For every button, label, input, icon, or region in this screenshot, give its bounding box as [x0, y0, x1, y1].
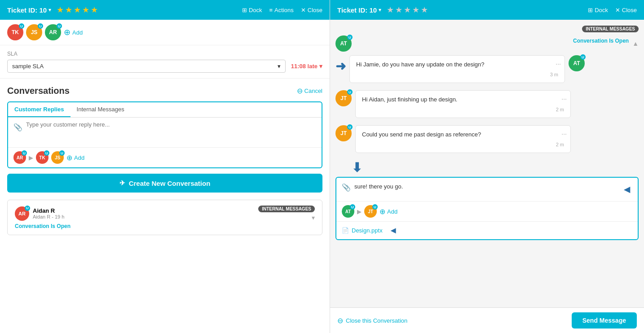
internal-agent-name: Aidan R [33, 207, 64, 214]
message-menu-1[interactable]: ··· [556, 59, 561, 69]
internal-status-left: Conversation Is Open [15, 223, 315, 229]
message-row-2: JT U ··· Hi Aidan, just finishing up the… [335, 90, 639, 118]
u-badge-ar: U [57, 23, 62, 29]
reply-input[interactable] [26, 121, 316, 144]
send-message-button[interactable]: Send Message [572, 312, 637, 329]
message-menu-2[interactable]: ··· [561, 94, 567, 104]
close-button-right[interactable]: ✕ Close [615, 7, 637, 13]
close-icon-right: ✕ [615, 7, 620, 13]
internal-messages-section-left: AR U Aidan R Aidan R - 19 h INTERNAL MES… [7, 200, 322, 235]
agent-avatar-tk[interactable]: TK U [7, 24, 23, 40]
right-top-actions: ⊞ Dock ✕ Close [588, 7, 637, 13]
plus-circle-icon: ⊕ [64, 27, 71, 37]
compose-footer: AT U ▶ JT U ⊕ Add [336, 201, 638, 221]
tab-internal-messages[interactable]: Internal Messages [71, 102, 131, 117]
compose-from-avatar[interactable]: AT U [342, 205, 354, 218]
right-star-1[interactable]: ★ [387, 5, 394, 15]
top-bar-actions-left: ⊞ Dock ≡ Actions ✕ Close [242, 7, 322, 13]
rating-stars-right[interactable]: ★ ★ ★ ★ ★ [387, 5, 428, 15]
add-agent-button[interactable]: ⊕ Add [64, 27, 83, 37]
reply-add-agent-button[interactable]: ⊕ Add [66, 153, 84, 162]
message-row-1: ➜ ··· Hi Jamie, do you have any update o… [335, 55, 639, 83]
collapse-right-button[interactable]: ▲ [632, 40, 639, 47]
message-bubble-3: ··· Could you send me past design as ref… [355, 125, 571, 153]
msg-avatar-3[interactable]: JT U [335, 125, 352, 141]
reply-box: Customer Replies Internal Messages 📎 AR … [7, 101, 322, 168]
sla-late[interactable]: 11:08 late ▾ [291, 63, 322, 70]
u-badge-js: U [38, 23, 43, 29]
reply-to-badge-tk: U [44, 150, 49, 156]
reply-to-avatar-tk[interactable]: TK U [36, 151, 49, 164]
sla-section: SLA sample SLA ▾ 11:08 late ▾ [0, 45, 330, 79]
sla-chevron-icon: ▾ [278, 63, 281, 70]
arrow-annotation-1: ➜ [335, 59, 346, 74]
message-menu-3[interactable]: ··· [561, 129, 567, 139]
right-star-2[interactable]: ★ [395, 5, 402, 15]
ticket-id-right: Ticket ID: 10 [337, 6, 377, 14]
compose-attach-icon[interactable]: 📎 [342, 183, 351, 192]
arrow-annotation-compose: ◄ [622, 183, 632, 196]
compose-arrow-icon: ▶ [357, 208, 362, 215]
create-conversation-button[interactable]: ✈ Create New Conversation [7, 174, 322, 193]
message-text-1: Hi Jamie, do you have any update on the … [356, 61, 484, 68]
cancel-button[interactable]: ⊖ Cancel [297, 87, 322, 95]
rating-stars-left[interactable]: ★ ★ ★ ★ ★ [57, 5, 98, 15]
agent-avatar-js[interactable]: JS U [26, 24, 42, 40]
close-icon-left: ✕ [301, 7, 306, 13]
tab-customer-replies[interactable]: Customer Replies [8, 102, 71, 117]
compose-plus-icon: ⊕ [379, 207, 385, 216]
reply-to-badge-js: U [59, 150, 65, 156]
left-top-bar: Ticket ID: 10 ▾ ★ ★ ★ ★ ★ ⊞ Dock ≡ Actio… [0, 0, 330, 20]
internal-collapse-button[interactable]: ▾ [312, 214, 315, 221]
dock-button-right[interactable]: ⊞ Dock [588, 7, 608, 13]
sla-late-chevron-icon: ▾ [319, 63, 322, 70]
reply-from-badge: U [22, 150, 27, 156]
compose-add-button[interactable]: ⊕ Add [379, 207, 397, 216]
reply-to-avatar-js[interactable]: JS U [51, 151, 64, 164]
send-icon: ✈ [119, 179, 125, 187]
conversations-title: Conversations [7, 86, 70, 96]
right-content: INTERNAL MESSAGES AT U Conversation Is O… [330, 20, 644, 307]
sla-select[interactable]: sample SLA ▾ [7, 60, 286, 73]
internal-messages-label-right: INTERNAL MESSAGES [335, 25, 639, 32]
reply-footer: AR U ▶ TK U JS U ⊕ Add [8, 147, 322, 167]
right-star-5[interactable]: ★ [421, 5, 428, 15]
star-1[interactable]: ★ [57, 5, 64, 15]
close-conversation-button[interactable]: ⊖ Close this Conversation [337, 316, 407, 325]
compose-to-badge: U [372, 204, 378, 210]
internal-badge-left: INTERNAL MESSAGES [258, 206, 315, 212]
actions-button-left[interactable]: ≡ Actions [269, 7, 294, 13]
dock-icon-right: ⊞ [588, 7, 593, 13]
right-star-4[interactable]: ★ [412, 5, 419, 15]
message-text-2: Hi Aidan, just finishing up the design. [362, 96, 457, 103]
sla-label: SLA [7, 51, 322, 57]
reply-content: 📎 [8, 118, 322, 147]
reply-from-avatar[interactable]: AR U [13, 151, 26, 164]
star-4[interactable]: ★ [82, 5, 89, 15]
msg-avatar-2[interactable]: JT U [335, 90, 352, 106]
star-2[interactable]: ★ [65, 5, 72, 15]
compose-to-avatar[interactable]: JT U [364, 205, 377, 218]
right-at-badge: U [347, 35, 353, 40]
message-bubble-1: ··· Hi Jamie, do you have any update on … [349, 55, 565, 83]
ticket-chevron-left[interactable]: ▾ [49, 7, 51, 13]
sla-row: sample SLA ▾ 11:08 late ▾ [7, 60, 322, 73]
right-at-avatar[interactable]: AT U [335, 35, 352, 52]
file-name: Design.pptx [352, 227, 383, 234]
close-button-left[interactable]: ✕ Close [301, 7, 322, 13]
star-5[interactable]: ★ [91, 5, 98, 15]
conversations-section: Conversations ⊖ Cancel Customer Replies … [0, 79, 330, 333]
internal-agent-avatar[interactable]: AR U [15, 206, 29, 221]
compose-file[interactable]: 📄 Design.pptx ◄ [336, 221, 638, 239]
right-star-3[interactable]: ★ [404, 5, 411, 15]
agent-avatar-ar[interactable]: AR U [45, 24, 61, 40]
dock-button-left[interactable]: ⊞ Dock [242, 7, 262, 13]
attach-icon[interactable]: 📎 [13, 123, 22, 131]
right-bottom-bar: ⊖ Close this Conversation Send Message [330, 307, 644, 333]
msg-badge-2: U [347, 89, 353, 95]
msg-avatar-1[interactable]: AT U [569, 55, 585, 71]
star-3[interactable]: ★ [74, 5, 81, 15]
ticket-chevron-right[interactable]: ▾ [379, 7, 381, 13]
compose-text: sure! there you go. [354, 183, 618, 190]
internal-agent-badge: U [25, 206, 30, 211]
